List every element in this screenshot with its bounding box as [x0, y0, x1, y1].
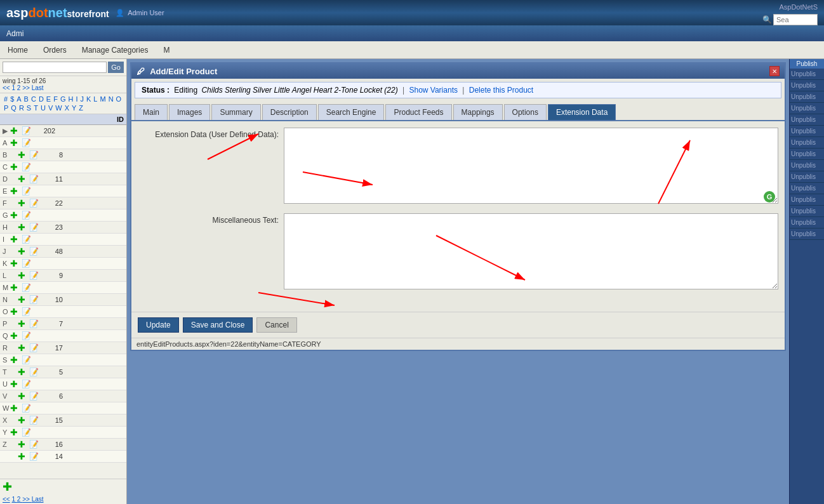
alpha-J[interactable]: J [79, 95, 86, 103]
edit-product-icon[interactable]: 📝 [22, 355, 33, 364]
alpha-D[interactable]: D [37, 95, 45, 103]
tab-summary[interactable]: Summary [211, 104, 260, 120]
add-product-icon[interactable]: ✚ [18, 222, 29, 232]
alpha-K[interactable]: K [85, 95, 92, 103]
edit-product-icon[interactable]: 📝 [22, 187, 33, 196]
publish-item-8[interactable]: Unpublis [790, 149, 824, 160]
update-button[interactable]: Update [138, 317, 179, 333]
nav-home[interactable]: Home [0, 41, 36, 58]
add-new-button[interactable]: ✚ [3, 481, 12, 493]
alpha-H[interactable]: H [67, 95, 74, 103]
edit-product-icon[interactable]: 📝 [22, 126, 33, 135]
add-product-icon[interactable]: ✚ [10, 282, 22, 293]
publish-item-15[interactable]: Unpublis [790, 229, 824, 240]
save-and-close-button[interactable]: Save and Close [183, 317, 253, 333]
page-2[interactable]: 2 [17, 84, 22, 91]
edit-product-icon[interactable]: 📝 [29, 452, 41, 461]
alpha-B[interactable]: B [23, 95, 30, 103]
delete-product-link[interactable]: Delete this Product [469, 86, 533, 95]
bottom-page-first[interactable]: << [3, 496, 10, 503]
top-search-input[interactable] [773, 14, 818, 25]
edit-product-icon[interactable]: 📝 [22, 138, 33, 147]
search-go-button[interactable]: Go [108, 62, 124, 73]
alpha-W[interactable]: W [54, 103, 63, 112]
alpha-L[interactable]: L [92, 95, 98, 103]
add-product-icon[interactable]: ✚ [10, 162, 22, 172]
edit-product-icon[interactable]: 📝 [29, 343, 41, 352]
publish-item-12[interactable]: Unpublis [790, 194, 824, 206]
publish-item-9[interactable]: Unpublis [790, 160, 824, 171]
alpha-F[interactable]: F [52, 95, 59, 103]
add-product-icon[interactable]: ✚ [18, 295, 29, 305]
tab-description[interactable]: Description [262, 104, 317, 120]
add-product-icon[interactable]: ✚ [18, 343, 29, 353]
search-input[interactable] [3, 62, 107, 73]
publish-item-1[interactable]: Unpublis [790, 69, 824, 80]
tab-search-engine[interactable]: Search Engine [318, 104, 385, 120]
add-product-icon[interactable]: ✚ [10, 307, 22, 317]
alpha-A[interactable]: A [15, 95, 22, 103]
publish-item-10[interactable]: Unpublis [790, 171, 824, 183]
dialog-close-button[interactable]: ✕ [769, 66, 780, 76]
alpha-I[interactable]: I [74, 95, 79, 103]
add-product-icon[interactable]: ✚ [18, 415, 29, 425]
cancel-button[interactable]: Cancel [256, 317, 296, 333]
add-product-icon[interactable]: ✚ [18, 150, 29, 160]
alpha-P[interactable]: P [3, 103, 10, 112]
page-last[interactable]: Last [32, 84, 44, 91]
alpha-U[interactable]: U [39, 103, 47, 112]
alpha-dollar[interactable]: $ [9, 95, 15, 103]
add-product-icon[interactable]: ✚ [10, 186, 22, 196]
edit-product-icon[interactable]: 📝 [29, 295, 41, 304]
alpha-M[interactable]: M [98, 95, 107, 103]
publish-item-7[interactable]: Unpublis [790, 137, 824, 149]
alpha-Q[interactable]: Q [10, 103, 18, 112]
edit-product-icon[interactable]: 📝 [29, 175, 41, 183]
alpha-hash[interactable]: # [3, 95, 9, 103]
add-product-icon[interactable]: ✚ [10, 331, 22, 341]
add-product-icon[interactable]: ✚ [10, 403, 22, 413]
add-product-icon[interactable]: ✚ [18, 270, 29, 281]
edit-product-icon[interactable]: 📝 [29, 271, 41, 280]
alpha-T[interactable]: T [32, 103, 39, 112]
tab-extension-data[interactable]: Extension Data [548, 104, 616, 120]
nav-m[interactable]: M [156, 41, 177, 58]
add-product-icon[interactable]: ✚ [18, 451, 29, 461]
edit-product-icon[interactable]: 📝 [22, 380, 33, 388]
alpha-V[interactable]: V [47, 103, 54, 112]
publish-item-5[interactable]: Unpublis [790, 114, 824, 126]
publish-item-2[interactable]: Unpublis [790, 80, 824, 91]
edit-product-icon[interactable]: 📝 [29, 440, 41, 449]
edit-product-icon[interactable]: 📝 [22, 307, 33, 316]
bottom-page-2[interactable]: 2 [17, 496, 22, 503]
alpha-N[interactable]: N [107, 95, 115, 103]
alpha-S[interactable]: S [25, 103, 32, 112]
publish-item-4[interactable]: Unpublis [790, 103, 824, 114]
add-product-icon[interactable]: ✚ [18, 174, 29, 184]
add-product-icon[interactable]: ✚ [18, 391, 29, 401]
edit-product-icon[interactable]: 📝 [29, 223, 41, 232]
bottom-page-next[interactable]: >> [22, 496, 31, 503]
publish-item-6[interactable]: Unpublis [790, 126, 824, 137]
add-product-icon[interactable]: ✚ [10, 210, 22, 220]
edit-product-icon[interactable]: 📝 [29, 247, 41, 256]
add-product-icon[interactable]: ✚ [18, 198, 29, 208]
publish-item-3[interactable]: Unpublis [790, 91, 824, 103]
tab-options[interactable]: Options [504, 104, 547, 120]
nav-manage-categories[interactable]: Manage Categories [74, 41, 156, 58]
alpha-G[interactable]: G [59, 95, 67, 103]
add-product-icon[interactable]: ✚ [10, 427, 22, 437]
show-variants-link[interactable]: Show Variants [409, 86, 457, 95]
add-product-icon[interactable]: ✚ [10, 126, 22, 136]
edit-product-icon[interactable]: 📝 [22, 428, 33, 437]
publish-item-14[interactable]: Unpublis [790, 217, 824, 229]
edit-product-icon[interactable]: 📝 [29, 416, 41, 425]
edit-product-icon[interactable]: 📝 [29, 392, 41, 401]
tab-images[interactable]: Images [169, 104, 210, 120]
edit-product-icon[interactable]: 📝 [22, 259, 33, 268]
edit-product-icon[interactable]: 📝 [22, 331, 33, 340]
add-product-icon[interactable]: ✚ [10, 355, 22, 365]
publish-item-11[interactable]: Unpublis [790, 183, 824, 194]
add-product-icon[interactable]: ✚ [18, 246, 29, 256]
add-product-icon[interactable]: ✚ [18, 319, 29, 329]
